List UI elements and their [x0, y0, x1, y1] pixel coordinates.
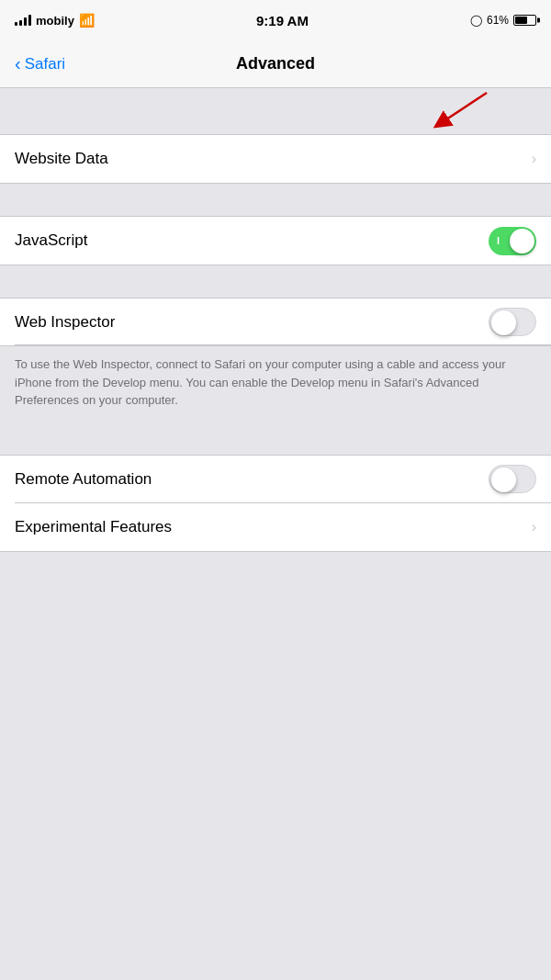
javascript-toggle-container: I — [489, 227, 536, 255]
status-left: mobily 📶 — [15, 13, 95, 28]
battery-percent: 61% — [487, 14, 509, 27]
page-title: Advanced — [236, 54, 315, 73]
website-data-row[interactable]: Website Data › — [0, 135, 551, 183]
experimental-features-chevron-icon: › — [532, 519, 536, 535]
javascript-row: JavaScript I — [0, 217, 551, 265]
remote-automation-toggle-knob — [491, 467, 516, 492]
experimental-features-row[interactable]: Experimental Features › — [0, 503, 551, 551]
bottom-area — [0, 552, 551, 981]
time-label: 9:19 AM — [256, 13, 309, 28]
website-data-right: › — [532, 151, 536, 167]
experimental-features-right: › — [532, 519, 536, 535]
website-data-group: Website Data › — [0, 134, 551, 184]
red-arrow-icon — [404, 88, 496, 130]
web-inspector-label: Web Inspector — [15, 313, 115, 332]
experimental-features-label: Experimental Features — [15, 518, 172, 536]
javascript-toggle[interactable]: I — [489, 227, 536, 255]
web-inspector-toggle-container — [489, 308, 536, 336]
arrow-annotation — [0, 88, 551, 134]
javascript-label: JavaScript — [15, 231, 87, 250]
web-inspector-description: To use the Web Inspector, connect to Saf… — [15, 355, 536, 410]
web-inspector-toggle-knob — [491, 310, 516, 335]
remote-automation-toggle[interactable] — [489, 465, 536, 493]
website-data-label: Website Data — [15, 150, 108, 168]
status-right: ◯ 61% — [470, 14, 536, 27]
spacer-2 — [0, 265, 551, 298]
last-settings-group: Remote Automation Experimental Features … — [0, 455, 551, 552]
signal-icon — [15, 15, 31, 26]
web-inspector-description-container: To use the Web Inspector, connect to Saf… — [0, 346, 551, 422]
back-button[interactable]: ‹ Safari — [15, 55, 65, 73]
website-data-chevron-icon: › — [532, 151, 536, 167]
remote-automation-toggle-container — [489, 465, 536, 493]
status-bar: mobily 📶 9:19 AM ◯ 61% — [0, 0, 551, 40]
back-label: Safari — [25, 55, 65, 73]
javascript-group: JavaScript I — [0, 216, 551, 265]
toggle-knob — [510, 229, 534, 253]
remote-automation-row: Remote Automation — [0, 456, 551, 503]
carrier-label: mobily — [36, 14, 74, 28]
nav-bar: ‹ Safari Advanced — [0, 40, 551, 88]
remote-automation-label: Remote Automation — [15, 470, 152, 489]
web-inspector-row: Web Inspector — [0, 299, 551, 346]
toggle-on-label: I — [497, 235, 500, 246]
back-chevron-icon: ‹ — [15, 54, 21, 73]
spacer-3 — [0, 422, 551, 455]
web-inspector-toggle[interactable] — [489, 308, 536, 336]
svg-line-0 — [441, 93, 487, 123]
spacer-1 — [0, 184, 551, 216]
location-icon: ◯ — [470, 14, 482, 27]
web-inspector-group: Web Inspector To use the Web Inspector, … — [0, 298, 551, 422]
wifi-icon: 📶 — [79, 13, 95, 28]
battery-icon — [513, 15, 536, 26]
